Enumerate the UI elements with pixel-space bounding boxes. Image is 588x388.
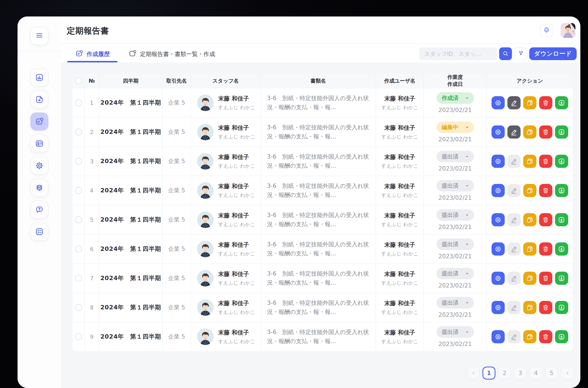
tab-report-document-list[interactable]: 定期報告書・書類一覧・作成 [125,47,218,61]
status-badge-dropdown[interactable]: 提出済 [436,268,474,279]
delete-action-button[interactable] [539,184,552,197]
pagination-prev-button[interactable] [467,366,480,380]
edit-action-button[interactable] [508,125,521,139]
sidebar-item-dashboard[interactable] [30,68,49,87]
table-row: 2 2024年 第１四半期 企業 5 末藤 和佳子 すえふじ わかこ 3-6 別… [73,117,573,146]
view-action-button[interactable] [491,184,505,197]
notifications-button[interactable] [540,24,553,37]
row-radio[interactable] [75,187,82,194]
status-badge-dropdown[interactable]: 提出済 [436,326,474,338]
tab-creation-history[interactable]: 作成履歴 [67,47,117,61]
pagination-next-button[interactable] [561,366,574,380]
download-action-button[interactable] [555,96,568,109]
view-action-button[interactable] [491,125,505,139]
sidebar-item-staff-card[interactable] [30,134,49,153]
delete-action-button[interactable] [539,242,552,256]
delete-action-button[interactable] [539,272,552,285]
copy-action-button[interactable] [523,184,536,197]
edit-action-button-disabled [508,272,521,285]
download-action-button[interactable] [555,272,568,285]
sidebar-item-documents[interactable] [30,179,49,197]
delete-action-button[interactable] [539,301,552,314]
view-action-button[interactable] [491,301,505,314]
view-icon [494,99,502,107]
status-badge-dropdown[interactable]: 提出済 [436,209,474,221]
row-radio[interactable] [75,304,82,311]
sidebar [18,17,61,388]
row-radio[interactable] [75,245,82,252]
sidebar-item-reports[interactable] [30,112,49,131]
sidebar-item-settings[interactable] [30,157,49,175]
creator-name: 末藤 和佳子 [384,270,415,278]
download-action-button[interactable] [555,242,568,256]
view-icon [494,333,502,341]
bell-icon [543,26,550,35]
row-radio[interactable] [75,333,82,340]
row-radio[interactable] [75,216,82,223]
copy-action-button[interactable] [523,330,536,343]
created-date: 2023/02/21 [439,282,472,289]
staff-avatar [197,95,214,111]
copy-action-button[interactable] [523,96,536,109]
creator-kana: すえふじ わかこ [381,192,418,198]
view-action-button[interactable] [491,213,505,226]
delete-action-button[interactable] [539,213,552,226]
view-action-button[interactable] [491,242,505,256]
sidebar-item-file-export[interactable] [30,90,49,109]
menu-icon [35,31,44,41]
status-badge-dropdown[interactable]: 提出済 [436,180,474,192]
pagination-page-1[interactable]: 1 [482,366,495,380]
edit-action-button[interactable] [508,96,521,109]
status-badge-dropdown[interactable]: 作成済 [436,92,474,104]
download-action-button[interactable] [555,301,568,314]
row-number: 4 [85,176,99,205]
status-badge-dropdown[interactable]: 編集中 [436,121,474,133]
row-radio[interactable] [75,99,82,106]
row-radio[interactable] [75,275,82,282]
row-radio[interactable] [75,128,82,136]
pagination-page-3[interactable]: 3 [514,366,527,380]
view-action-button[interactable] [491,272,505,285]
copy-action-button[interactable] [523,155,536,168]
copy-action-button[interactable] [523,272,536,285]
user-avatar[interactable] [561,23,575,38]
reports-table: № 四半期 取引先名 スタッフ名 書類名 作成ユーザ名 作業度 作成日 アクショ… [73,73,573,351]
download-action-button[interactable] [555,155,568,168]
sidebar-item-help[interactable] [30,201,49,219]
sidebar-item-tasks[interactable] [30,223,49,241]
copy-icon [526,187,534,194]
filter-button[interactable] [515,47,527,60]
download-action-button[interactable] [555,184,568,197]
delete-action-button[interactable] [539,330,552,343]
copy-action-button[interactable] [523,301,536,314]
download-action-button[interactable] [555,125,568,139]
download-button[interactable]: ダウンロード [529,47,577,60]
pagination-page-5[interactable]: 5 [545,366,558,380]
edit-icon [510,274,518,282]
status-badge-dropdown[interactable]: 提出済 [436,297,474,309]
status-badge-dropdown[interactable]: 提出済 [436,239,474,250]
delete-action-button[interactable] [539,155,552,168]
download-action-button[interactable] [555,330,568,343]
view-action-button[interactable] [491,155,505,168]
search-button[interactable] [499,47,512,60]
menu-button[interactable] [30,27,49,45]
select-all-radio[interactable] [75,77,82,84]
view-action-button[interactable] [491,330,505,343]
delete-action-button[interactable] [539,96,552,109]
download-action-button[interactable] [555,213,568,226]
copy-action-button[interactable] [523,125,536,139]
copy-action-button[interactable] [523,242,536,256]
staff-name: 末藤 和佳子 [218,329,255,337]
row-radio[interactable] [75,158,82,165]
delete-action-button[interactable] [539,125,552,139]
staff-name: 末藤 和佳子 [218,270,255,278]
copy-action-button[interactable] [523,213,536,226]
status-badge-dropdown[interactable]: 提出済 [436,151,474,162]
header-document: 書類名 [261,73,376,88]
view-action-button[interactable] [491,96,505,109]
pagination-page-2[interactable]: 2 [498,366,511,380]
pagination-page-4[interactable]: 4 [530,366,542,380]
staff-kana: すえふじ わかこ [218,250,255,257]
search-input[interactable] [419,47,497,60]
